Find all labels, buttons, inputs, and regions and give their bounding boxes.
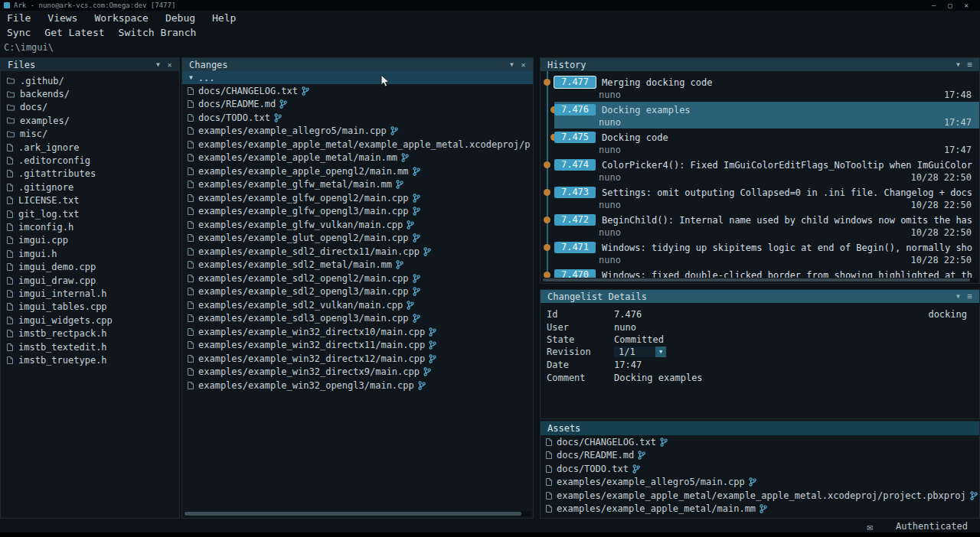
- file-tree-item[interactable]: imgui_demo.cpp: [1, 260, 179, 273]
- commit-row[interactable]: 7.475 Docking code nuno 17:47: [541, 129, 979, 157]
- commit-row[interactable]: 7.470 Windows: fixed double-clicked bord…: [541, 267, 979, 278]
- menu-item[interactable]: Views: [47, 12, 77, 24]
- commit-row[interactable]: 7.471 Windows: tidying up skipitems logi…: [541, 239, 979, 267]
- toolbar-button[interactable]: Sync: [7, 27, 31, 38]
- file-tree-item[interactable]: LICENSE.txt: [1, 194, 179, 207]
- file-tree-item[interactable]: imstb_truetype.h: [1, 353, 179, 366]
- commit-time: 10/28 22:50: [911, 227, 979, 238]
- filter-icon[interactable]: ▼: [506, 61, 518, 68]
- commit-row[interactable]: 7.477 Merging docking code nuno 17:48: [541, 74, 979, 102]
- file-tree-item[interactable]: .ark_ignore: [1, 141, 179, 154]
- changed-file-row[interactable]: examples/example_glut_opengl2/main.cpp: [182, 232, 533, 246]
- asset-row[interactable]: docs/README.md: [541, 449, 979, 463]
- field-label: Id: [547, 309, 614, 320]
- expand-triangle-icon[interactable]: ▼: [189, 74, 193, 81]
- changed-file-row[interactable]: examples/example_apple_opengl2/main.mm: [182, 164, 533, 178]
- file-tree-item[interactable]: docs/: [1, 101, 179, 114]
- file-tree-label: .gitattributes: [18, 168, 96, 179]
- maximize-icon[interactable]: ▢: [948, 2, 952, 9]
- commit-row[interactable]: 7.474 ColorPicker4(): Fixed ImGuiColorEd…: [541, 157, 979, 184]
- file-tree-item[interactable]: git_log.txt: [1, 207, 179, 220]
- file-tree-item[interactable]: .gitignore: [1, 181, 179, 194]
- commit-message: Merging docking code: [602, 77, 979, 88]
- envelope-icon[interactable]: ✉: [867, 521, 873, 532]
- changed-file-row[interactable]: examples/example_glfw_vulkan/main.cpp: [182, 218, 533, 232]
- toolbar-button[interactable]: Get Latest: [44, 27, 104, 38]
- file-tree-item[interactable]: .gitattributes: [1, 168, 179, 181]
- menu-item[interactable]: Workspace: [94, 12, 148, 24]
- changed-file-row[interactable]: examples/example_sdl2_opengl3/main.cpp: [182, 285, 533, 299]
- file-tree-item[interactable]: imgui.cpp: [1, 234, 179, 247]
- toolbar-button[interactable]: Switch Branch: [119, 27, 197, 38]
- changed-file-row[interactable]: examples/example_win32_directx12/main.cp…: [182, 352, 533, 366]
- menu-item[interactable]: Debug: [165, 12, 195, 24]
- chevron-down-icon[interactable]: ▼: [655, 347, 666, 357]
- commit-author: nuno: [599, 145, 944, 155]
- file-tree-item[interactable]: imstb_rectpack.h: [1, 327, 179, 340]
- commit-list: 7.477 Merging docking code nuno 17:48 7.…: [541, 71, 979, 278]
- scrollbar-thumb[interactable]: [185, 512, 521, 516]
- file-tree-item[interactable]: imgui.h: [1, 247, 179, 260]
- file-icon: [546, 478, 552, 486]
- changed-file-row[interactable]: examples/example_win32_directx10/main.cp…: [182, 325, 533, 339]
- file-tree-label: imstb_textedit.h: [18, 342, 107, 353]
- asset-row[interactable]: docs/CHANGELOG.txt: [541, 435, 979, 449]
- file-tree-item[interactable]: imconfig.h: [1, 220, 179, 233]
- close-icon[interactable]: ✕: [965, 2, 969, 9]
- filter-icon[interactable]: ▼: [952, 61, 964, 68]
- files-panel-header: Files ▼ ✕: [1, 58, 179, 71]
- horizontal-scrollbar[interactable]: [542, 278, 978, 282]
- changed-file-row[interactable]: examples/example_sdl3_opengl3/main.cpp: [182, 312, 533, 326]
- changed-file-row[interactable]: docs/CHANGELOG.txt: [182, 84, 533, 98]
- changed-file-row[interactable]: examples/example_sdl2_opengl2/main.cpp: [182, 272, 533, 285]
- changed-file-row[interactable]: examples/example_allegro5/main.cpp: [182, 125, 533, 138]
- assets-header[interactable]: Assets: [541, 421, 979, 435]
- changed-file-row[interactable]: docs/README.md: [182, 98, 533, 112]
- asset-row[interactable]: examples/example_allegro5/main.cpp: [541, 476, 979, 490]
- changed-file-row[interactable]: examples/example_apple_metal/example_app…: [182, 138, 533, 151]
- minimize-icon[interactable]: –: [932, 2, 936, 9]
- file-tree-item[interactable]: imstb_textedit.h: [1, 340, 179, 353]
- file-tree-item[interactable]: misc/: [1, 128, 179, 141]
- filter-icon[interactable]: ▼: [952, 293, 964, 300]
- changed-file-row[interactable]: examples/example_win32_opengl3/main.cpp: [182, 379, 533, 392]
- asset-row[interactable]: docs/TODO.txt: [541, 462, 979, 476]
- changed-file-row[interactable]: examples/example_win32_directx9/main.cpp: [182, 366, 533, 379]
- file-tree-item[interactable]: imgui_widgets.cpp: [1, 314, 179, 327]
- file-tree-item[interactable]: imgui_tables.cpp: [1, 301, 179, 314]
- changed-file-row[interactable]: docs/TODO.txt: [182, 111, 533, 125]
- panel-menu-icon[interactable]: ≡: [964, 60, 975, 70]
- comment-value[interactable]: Docking examples: [614, 373, 703, 383]
- changed-file-row[interactable]: examples/example_apple_metal/main.mm: [182, 151, 533, 165]
- asset-row[interactable]: examples/example_apple_metal/example_app…: [541, 489, 979, 503]
- file-tree-item[interactable]: examples/: [1, 114, 179, 127]
- close-panel-icon[interactable]: ✕: [164, 60, 175, 69]
- changed-file-row[interactable]: examples/example_sdl2_vulkan/main.cpp: [182, 298, 533, 312]
- commit-row[interactable]: 7.473 Settings: omit outputing Collapsed…: [541, 184, 979, 212]
- scrollbar-thumb[interactable]: [543, 278, 970, 282]
- close-panel-icon[interactable]: ✕: [518, 60, 529, 69]
- history-panel: History ▼ ≡ 7.477 Merging docking code n…: [540, 57, 980, 284]
- changed-file-row[interactable]: examples/example_glfw_opengl2/main.cpp: [182, 191, 533, 205]
- asset-row[interactable]: examples/example_apple_metal/main.mm: [541, 503, 979, 516]
- commit-row[interactable]: 7.476 Docking examples nuno 17:47: [541, 102, 979, 129]
- menu-item[interactable]: Help: [212, 12, 236, 24]
- file-tree-item[interactable]: imgui_internal.h: [1, 287, 179, 300]
- changed-file-row[interactable]: examples/example_sdl2_directx11/main.cpp: [182, 245, 533, 259]
- file-tree-item[interactable]: imgui_draw.cpp: [1, 274, 179, 287]
- status-bar: ✉ Authenticated: [0, 520, 980, 532]
- horizontal-scrollbar[interactable]: [184, 511, 531, 516]
- filter-icon[interactable]: ▼: [152, 61, 164, 68]
- changes-root-row[interactable]: ▼ ...: [182, 71, 533, 84]
- panel-menu-icon[interactable]: ≡: [964, 291, 975, 301]
- changed-file-row[interactable]: examples/example_sdl2_metal/main.mm: [182, 259, 533, 272]
- changed-file-row[interactable]: examples/example_glfw_opengl3/main.cpp: [182, 205, 533, 219]
- changed-file-row[interactable]: examples/example_glfw_metal/main.mm: [182, 178, 533, 192]
- menu-item[interactable]: File: [7, 12, 31, 24]
- revision-combo[interactable]: 1/1 ▼: [614, 347, 666, 357]
- file-tree-item[interactable]: .editorconfig: [1, 154, 179, 167]
- commit-row[interactable]: 7.472 BeginChild(): Internal name used b…: [541, 212, 979, 239]
- changed-file-row[interactable]: examples/example_win32_directx11/main.cp…: [182, 339, 533, 353]
- file-tree-item[interactable]: backends/: [1, 87, 179, 100]
- file-tree-item[interactable]: .github/: [1, 74, 179, 87]
